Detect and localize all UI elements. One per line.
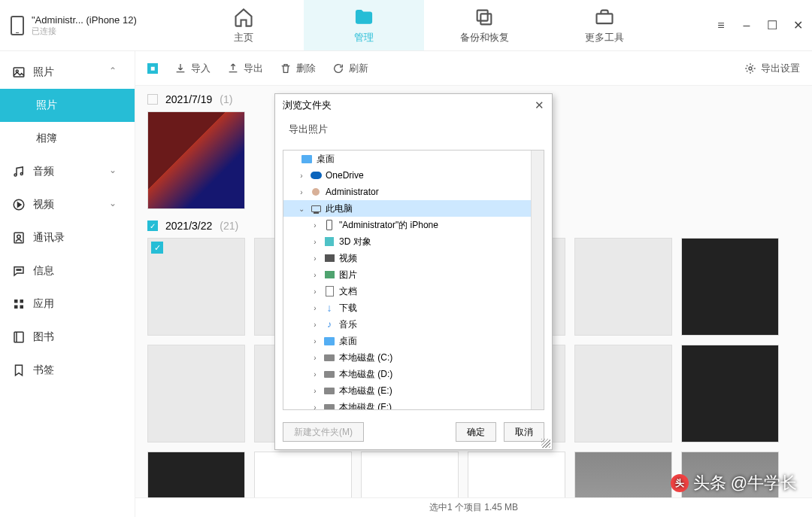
svg-rect-15: [14, 306, 18, 309]
sidebar-books-label: 图书: [33, 330, 54, 344]
sidebar-albums[interactable]: 相簿: [0, 122, 135, 155]
svg-point-9: [17, 235, 21, 239]
download-icon: ↓: [323, 302, 335, 314]
sidebar-photos-head[interactable]: 照片 ⌃: [0, 56, 135, 89]
folder-icon: [353, 7, 374, 28]
nav-backup[interactable]: 备份和恢复: [424, 0, 544, 50]
export-button[interactable]: 导出: [227, 62, 263, 75]
svg-point-6: [20, 173, 23, 175]
photo-thumbnail[interactable]: ✓: [147, 238, 245, 336]
toutiao-icon: 头: [671, 474, 689, 492]
tree-item-videos[interactable]: ›视频: [283, 250, 544, 266]
group-checkbox[interactable]: [147, 94, 158, 105]
device-info[interactable]: "Administr... (iPhone 12) 已连接: [11, 14, 183, 36]
close-button[interactable]: ✕: [791, 19, 804, 32]
refresh-icon: [332, 62, 344, 75]
tree-item-docs[interactable]: ›文档: [283, 283, 544, 300]
sidebar-books[interactable]: 图书: [0, 321, 135, 354]
export-settings-label: 导出设置: [761, 62, 800, 75]
photo-thumbnail[interactable]: [361, 452, 459, 497]
sidebar-messages[interactable]: 信息: [0, 254, 135, 287]
sidebar-audio[interactable]: 音频⌄: [0, 155, 135, 188]
minimize-button[interactable]: –: [740, 19, 753, 32]
photo-thumbnail[interactable]: [574, 452, 672, 497]
browse-folder-dialog: 浏览文件夹 ✕ 导出照片 桌面 ›OneDrive ›Administrator…: [274, 93, 553, 450]
import-button[interactable]: 导入: [174, 62, 211, 75]
sidebar-apps[interactable]: 应用: [0, 287, 135, 321]
sidebar-apps-label: 应用: [33, 297, 54, 311]
dialog-titlebar[interactable]: 浏览文件夹 ✕: [275, 94, 552, 117]
svg-rect-3: [14, 68, 24, 77]
cancel-button[interactable]: 取消: [504, 422, 544, 442]
sidebar-photos-head-label: 照片: [33, 65, 54, 79]
group-date: 2021/7/19: [165, 93, 212, 105]
sidebar-messages-label: 信息: [33, 264, 54, 278]
photo-thumbnail[interactable]: [147, 452, 245, 497]
tree-item-desktop[interactable]: 桌面: [283, 151, 544, 167]
folder-tree[interactable]: 桌面 ›OneDrive ›Administrator ⌄此电脑 ›"Admin…: [283, 150, 544, 410]
tree-label: 视频: [339, 252, 357, 265]
tree-item-pictures[interactable]: ›图片: [283, 266, 544, 283]
titlebar: "Administr... (iPhone 12) 已连接 主页 管理 备份和恢…: [0, 0, 812, 51]
nav-manage[interactable]: 管理: [304, 0, 424, 50]
photo-thumbnail[interactable]: [147, 111, 245, 209]
sidebar: 照片 ⌃ 照片 相簿 音频⌄ 视频⌄ 通讯录 信息: [0, 51, 135, 517]
nav-backup-label: 备份和恢复: [460, 31, 509, 44]
photo-thumbnail[interactable]: [147, 345, 245, 442]
sidebar-bookmarks[interactable]: 书签: [0, 354, 135, 387]
refresh-label: 刷新: [349, 62, 368, 75]
tree-item-iphone[interactable]: ›"Administrator"的 iPhone: [283, 217, 544, 233]
menu-icon[interactable]: ≡: [714, 19, 728, 32]
apps-icon: [12, 297, 26, 311]
svg-rect-13: [14, 300, 18, 303]
tree-item-music[interactable]: ›♪音乐: [283, 316, 544, 333]
bookmark-icon: [12, 363, 26, 377]
tree-item-downloads[interactable]: ›↓下载: [283, 300, 544, 316]
ok-button[interactable]: 确定: [456, 422, 496, 442]
tree-item-diskc[interactable]: ›本地磁盘 (C:): [283, 349, 544, 366]
tree-label: 桌面: [339, 335, 357, 348]
resize-handle[interactable]: [541, 439, 550, 448]
photo-thumbnail[interactable]: [574, 238, 672, 336]
nav-home-label: 主页: [234, 31, 253, 44]
photo-thumbnail[interactable]: [468, 452, 565, 497]
tree-item-onedrive[interactable]: ›OneDrive: [283, 167, 544, 184]
tree-item-3d[interactable]: ›3D 对象: [283, 233, 544, 250]
import-icon: [174, 62, 186, 75]
export-settings-button[interactable]: 导出设置: [744, 62, 800, 75]
photo-thumbnail[interactable]: [254, 452, 352, 497]
delete-button[interactable]: 删除: [280, 62, 316, 75]
refresh-button[interactable]: 刷新: [332, 62, 368, 75]
nav-tools[interactable]: 更多工具: [544, 0, 665, 50]
sidebar-video[interactable]: 视频⌄: [0, 188, 135, 221]
music-icon: ♪: [323, 318, 335, 330]
group-checkbox[interactable]: ✓: [147, 220, 158, 231]
photo-thumbnail[interactable]: [574, 345, 672, 442]
sidebar-contacts[interactable]: 通讯录: [0, 221, 135, 254]
delete-label: 删除: [296, 62, 316, 75]
photo-thumbnail[interactable]: [681, 345, 779, 442]
select-all-checkbox[interactable]: ■: [147, 63, 158, 74]
nav-home[interactable]: 主页: [183, 0, 304, 50]
new-folder-button[interactable]: 新建文件夹(M): [283, 422, 364, 442]
sidebar-photos[interactable]: 照片: [0, 89, 135, 122]
tree-item-diskf[interactable]: ›本地磁盘 (F:): [283, 399, 544, 410]
tree-item-admin[interactable]: ›Administrator: [283, 184, 544, 200]
tree-item-diske[interactable]: ›本地磁盘 (E:): [283, 382, 544, 399]
dialog-title: 浏览文件夹: [283, 99, 332, 112]
maximize-button[interactable]: ☐: [765, 19, 779, 32]
tree-label: 下载: [339, 302, 357, 315]
tree-label: 文档: [339, 285, 357, 298]
svg-rect-16: [20, 306, 24, 309]
import-label: 导入: [191, 62, 211, 75]
photo-thumbnail[interactable]: [681, 238, 779, 336]
sidebar-photos-label: 照片: [36, 99, 57, 112]
tree-item-diskd[interactable]: ›本地磁盘 (D:): [283, 366, 544, 382]
chevron-down-icon: ⌄: [109, 165, 123, 178]
tree-item-thispc[interactable]: ⌄此电脑: [283, 200, 544, 217]
dialog-close-button[interactable]: ✕: [535, 99, 544, 112]
sidebar-albums-label: 相簿: [36, 132, 57, 145]
svg-rect-17: [14, 332, 23, 342]
tree-item-desk2[interactable]: ›桌面: [283, 333, 544, 349]
thumb-checkbox[interactable]: ✓: [151, 242, 163, 254]
